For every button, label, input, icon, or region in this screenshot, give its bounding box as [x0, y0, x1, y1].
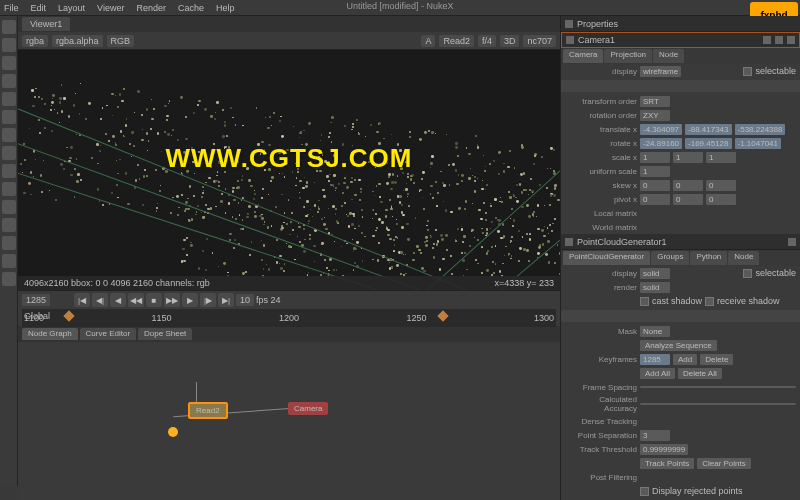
proxy-select[interactable]: nc707	[523, 35, 556, 47]
alpha-select[interactable]: rgba.alpha	[52, 35, 103, 47]
play-button[interactable]: ▶▶	[164, 293, 180, 307]
selectable-check[interactable]	[743, 269, 752, 278]
accuracy-field[interactable]	[640, 403, 796, 405]
prev-frame-button[interactable]: ◀	[110, 293, 126, 307]
collapse-icon[interactable]	[565, 20, 573, 28]
channel-select[interactable]: rgba	[22, 35, 48, 47]
scale-x[interactable]: 1	[640, 152, 670, 163]
menu-cache[interactable]: Cache	[178, 3, 204, 13]
close-icon[interactable]	[788, 238, 796, 246]
node-graph[interactable]: Read2 Camera	[18, 342, 560, 500]
scale-z[interactable]: 1	[706, 152, 736, 163]
delete-all-button[interactable]: Delete All	[678, 368, 722, 379]
mask-select[interactable]: None	[640, 326, 670, 337]
add-all-button[interactable]: Add All	[640, 368, 675, 379]
tab-camera[interactable]: Camera	[563, 49, 603, 63]
point-sep-field[interactable]: 3	[640, 430, 670, 441]
gain-field[interactable]: f/4	[478, 35, 496, 47]
tab-dope-sheet[interactable]: Dope Sheet	[138, 328, 192, 340]
input-select[interactable]: A	[421, 35, 435, 47]
rotate-y[interactable]: -169.45128	[685, 138, 731, 149]
node-camera[interactable]: Camera	[288, 402, 328, 415]
tab-python[interactable]: Python	[690, 251, 727, 265]
pivot-y[interactable]: 0	[673, 194, 703, 205]
last-frame-button[interactable]: ▶|	[218, 293, 234, 307]
mode-3d[interactable]: 3D	[500, 35, 520, 47]
range-mode[interactable]: 10	[236, 294, 254, 306]
rotation-order[interactable]: ZXY	[640, 110, 670, 121]
tool-icon[interactable]	[2, 128, 16, 142]
cast-shadow-check[interactable]	[640, 297, 649, 306]
colorspace-select[interactable]: RGB	[107, 35, 135, 47]
selectable-check[interactable]	[743, 67, 752, 76]
play-back-button[interactable]: ◀◀	[128, 293, 144, 307]
menu-file[interactable]: File	[4, 3, 19, 13]
node-dot[interactable]	[168, 427, 178, 437]
skew-x[interactable]: 0	[640, 180, 670, 191]
close-icon[interactable]	[787, 36, 795, 44]
track-points-button[interactable]: Track Points	[640, 458, 694, 469]
tool-icon[interactable]	[2, 38, 16, 52]
delete-button[interactable]: Delete	[700, 354, 733, 365]
tab-node[interactable]: Node	[653, 49, 684, 63]
stop-button[interactable]: ■	[146, 293, 162, 307]
scale-y[interactable]: 1	[673, 152, 703, 163]
node-read[interactable]: Read2	[188, 402, 228, 419]
tab-pcg[interactable]: PointCloudGenerator	[563, 251, 650, 265]
node-select[interactable]: Read2	[439, 35, 474, 47]
prev-key-button[interactable]: ◀|	[92, 293, 108, 307]
translate-x[interactable]: -4.364097	[640, 124, 682, 135]
pcg-panel-header[interactable]: PointCloudGenerator1	[561, 234, 800, 250]
tool-icon[interactable]	[2, 236, 16, 250]
viewport-3d[interactable]: WWW.CGTSJ.COM 4096x2160 bbox: 0 0 4096 2…	[18, 50, 560, 290]
tool-icon[interactable]	[2, 218, 16, 232]
tool-icon[interactable]	[2, 56, 16, 70]
frame-spacing-field[interactable]	[640, 386, 796, 388]
camera-panel-header[interactable]: Camera1	[561, 32, 800, 48]
track-threshold-field[interactable]: 0.99999999	[640, 444, 688, 455]
menu-viewer[interactable]: Viewer	[97, 3, 124, 13]
uniform-scale[interactable]: 1	[640, 166, 670, 177]
tool-icon[interactable]	[2, 20, 16, 34]
tool-icon[interactable]	[2, 164, 16, 178]
tool-icon[interactable]	[2, 74, 16, 88]
add-button[interactable]: Add	[673, 354, 697, 365]
translate-z[interactable]: -538.224388	[735, 124, 786, 135]
rotate-x[interactable]: -24.89160	[640, 138, 682, 149]
receive-shadow-check[interactable]	[705, 297, 714, 306]
translate-y[interactable]: -88.417343	[685, 124, 731, 135]
current-frame[interactable]: 1285	[22, 294, 50, 306]
render-select[interactable]: solid	[640, 282, 670, 293]
tab-projection[interactable]: Projection	[604, 49, 652, 63]
menu-render[interactable]: Render	[136, 3, 166, 13]
tool-icon[interactable]	[2, 254, 16, 268]
skew-z[interactable]: 0	[706, 180, 736, 191]
collapse-icon[interactable]	[565, 238, 573, 246]
panel-icon[interactable]	[763, 36, 771, 44]
tool-icon[interactable]	[2, 110, 16, 124]
tool-icon[interactable]	[2, 146, 16, 160]
keyframe-field[interactable]: 1285	[640, 354, 670, 365]
tool-icon[interactable]	[2, 200, 16, 214]
pivot-x[interactable]: 0	[640, 194, 670, 205]
skew-y[interactable]: 0	[673, 180, 703, 191]
tab-node-graph[interactable]: Node Graph	[22, 328, 78, 340]
next-frame-button[interactable]: ▶	[182, 293, 198, 307]
tab-curve-editor[interactable]: Curve Editor	[80, 328, 136, 340]
pivot-z[interactable]: 0	[706, 194, 736, 205]
display-select[interactable]: solid	[640, 268, 670, 279]
next-key-button[interactable]: |▶	[200, 293, 216, 307]
display-rejected-check[interactable]	[640, 487, 649, 496]
tab-node[interactable]: Node	[728, 251, 759, 265]
clear-points-button[interactable]: Clear Points	[697, 458, 751, 469]
tab-groups[interactable]: Groups	[651, 251, 689, 265]
tool-icon[interactable]	[2, 92, 16, 106]
display-select[interactable]: wireframe	[640, 66, 681, 77]
transform-order[interactable]: SRT	[640, 96, 670, 107]
timeline-track[interactable]: Global 1100 1150 1200 1250 1300	[22, 309, 556, 327]
first-frame-button[interactable]: |◀	[74, 293, 90, 307]
menu-help[interactable]: Help	[216, 3, 235, 13]
menu-edit[interactable]: Edit	[31, 3, 47, 13]
menu-layout[interactable]: Layout	[58, 3, 85, 13]
rotate-z[interactable]: -1.1047041	[735, 138, 781, 149]
